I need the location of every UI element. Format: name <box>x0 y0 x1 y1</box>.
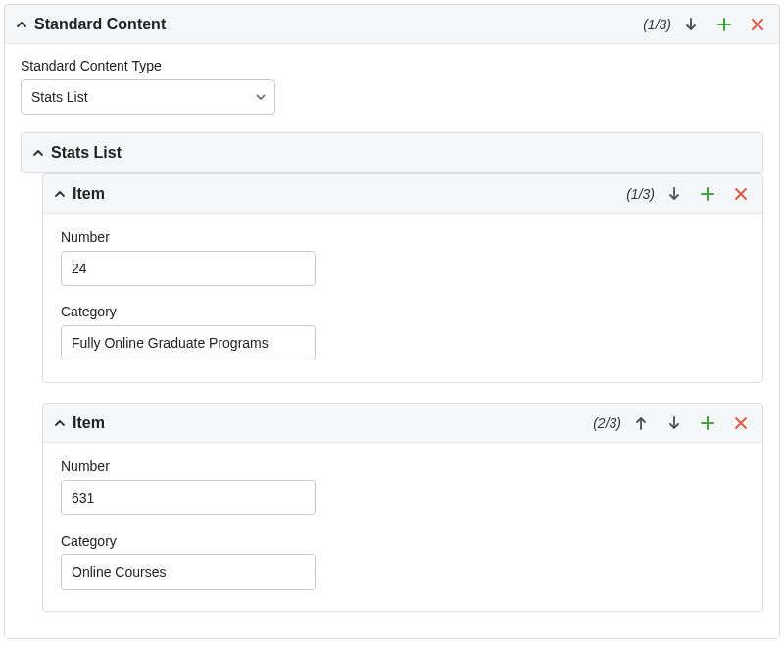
stats-list-header[interactable]: Stats List <box>22 133 762 172</box>
chevron-up-icon[interactable] <box>13 16 30 33</box>
standard-content-actions <box>681 15 767 34</box>
item-title: Item <box>73 414 105 432</box>
chevron-up-icon[interactable] <box>51 185 69 203</box>
number-input[interactable] <box>61 251 316 286</box>
item-header[interactable]: Item (2/3) <box>43 404 762 443</box>
category-label: Category <box>61 533 335 549</box>
stats-list-title: Stats List <box>51 144 122 162</box>
stats-item: Item (2/3) <box>42 403 763 612</box>
category-label: Category <box>61 304 335 319</box>
remove-button[interactable] <box>731 413 751 433</box>
category-field: Category <box>61 533 335 590</box>
add-button[interactable] <box>698 413 717 433</box>
item-body: Number Category <box>43 443 762 611</box>
content-type-select[interactable] <box>21 79 275 115</box>
stats-item: Item (1/3) Numbe <box>42 173 763 383</box>
category-field: Category <box>61 304 335 360</box>
item-header[interactable]: Item (1/3) <box>43 174 762 214</box>
category-input[interactable] <box>61 325 316 360</box>
standard-content-header[interactable]: Standard Content (1/3) <box>5 5 779 44</box>
chevron-up-icon[interactable] <box>29 144 47 162</box>
move-up-button[interactable] <box>631 413 651 433</box>
content-type-label: Standard Content Type <box>21 58 295 73</box>
item-body: Number Category <box>43 214 762 382</box>
item-count: (2/3) <box>593 415 621 431</box>
item-actions <box>664 184 751 204</box>
remove-button[interactable] <box>731 184 751 204</box>
standard-content-count: (1/3) <box>643 17 671 32</box>
remove-button[interactable] <box>748 15 767 34</box>
item-panel: Item (1/3) Numbe <box>42 173 763 383</box>
standard-content-panel: Standard Content (1/3) Standard Content … <box>4 4 780 639</box>
items-container: Item (1/3) Numbe <box>21 173 763 612</box>
item-panel: Item (2/3) <box>42 403 763 612</box>
number-label: Number <box>61 458 335 474</box>
move-down-button[interactable] <box>664 413 684 433</box>
number-label: Number <box>61 229 335 245</box>
move-down-button[interactable] <box>664 184 684 204</box>
item-actions <box>631 413 751 433</box>
item-title: Item <box>73 185 105 203</box>
chevron-up-icon[interactable] <box>51 414 69 432</box>
item-count: (1/3) <box>626 186 655 202</box>
move-down-button[interactable] <box>681 15 701 34</box>
number-field: Number <box>61 458 335 515</box>
stats-list-panel: Stats List <box>21 132 763 173</box>
number-input[interactable] <box>61 480 316 515</box>
content-type-field: Standard Content Type <box>21 58 295 115</box>
add-button[interactable] <box>698 184 717 204</box>
standard-content-body: Standard Content Type Stats List <box>5 44 779 638</box>
standard-content-title: Standard Content <box>34 16 166 33</box>
category-input[interactable] <box>61 554 316 590</box>
number-field: Number <box>61 229 335 286</box>
add-button[interactable] <box>714 15 734 34</box>
